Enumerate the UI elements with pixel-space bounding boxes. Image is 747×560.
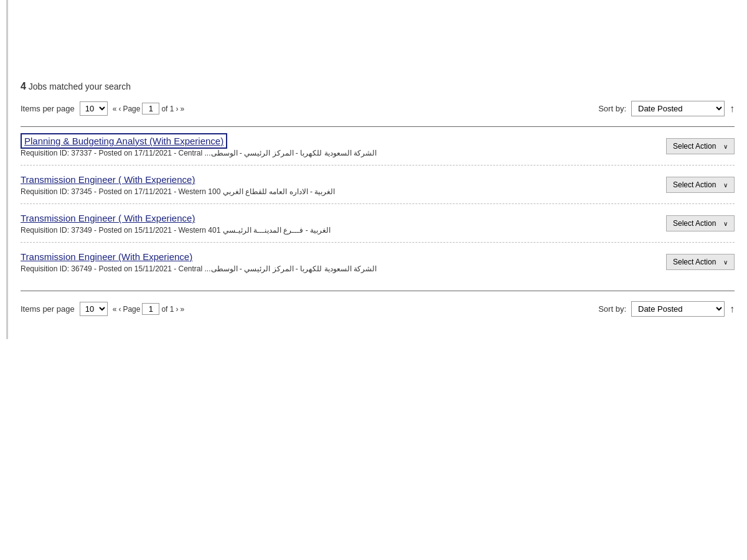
nav-prev-bottom[interactable]: ‹ [118,305,121,314]
job-row: Transmission Engineer ( With Experience)… [21,174,735,196]
of-label-top: of 1 [161,105,174,113]
job-meta-text: Requisition ID: 37345 - Posted on 17/11/… [21,187,220,196]
list-item: Planning & Budgeting Analyst (With Exper… [21,127,735,166]
results-count: 4 [21,81,26,91]
job-meta: Requisition ID: 37337 - Posted on 17/11/… [21,149,656,157]
list-item: Transmission Engineer ( With Experience)… [21,204,735,243]
nav-first-bottom[interactable]: « [113,305,117,314]
page-label-bottom: Page [123,305,140,314]
job-meta-text: Requisition ID: 36749 - Posted on 15/11/… [21,264,202,273]
job-meta-text: Requisition ID: 37349 - Posted on 15/11/… [21,226,220,235]
job-content: Transmission Engineer ( With Experience)… [21,213,656,235]
chevron-down-icon: ∨ [723,143,728,150]
job-row: Transmission Engineer (With Experience) … [21,251,735,273]
select-action-label: Select Action [673,142,716,151]
job-meta-arabic: الغربية - الاداره العامه للقطاع الغربي [223,187,336,196]
job-row: Transmission Engineer ( With Experience)… [21,213,735,235]
job-meta: Requisition ID: 37349 - Posted on 15/11/… [21,226,656,235]
results-header: 4 Jobs matched your search [21,81,735,92]
nav-last-top[interactable]: » [180,105,184,113]
page-nav-bottom: « ‹ Page of 1 › » [113,303,184,315]
items-per-page-select-bottom[interactable]: 10 25 50 [80,302,108,316]
select-action-label: Select Action [673,258,716,266]
job-meta-arabic: الشركة السعودية للكهربا - المركز الرئيسي… [205,149,377,157]
select-action-label: Select Action [673,219,716,228]
chevron-down-icon: ∨ [723,220,728,227]
job-meta: Requisition ID: 36749 - Posted on 15/11/… [21,264,656,273]
sort-label-top: Sort by: [598,104,626,113]
pagination-bar-bottom: Items per page 10 25 50 « ‹ Page of 1 › … [21,301,735,317]
job-title-link[interactable]: Transmission Engineer ( With Experience) [21,174,195,185]
job-content: Transmission Engineer ( With Experience)… [21,174,656,196]
pagination-left-top: Items per page 10 25 50 « ‹ Page of 1 › … [21,101,184,116]
select-action-button[interactable]: Select Action ∨ [666,138,735,154]
sort-up-button-bottom[interactable]: ↑ [730,304,735,314]
bottom-section: Items per page 10 25 50 « ‹ Page of 1 › … [21,291,735,317]
page-nav-top: « ‹ Page of 1 › » [113,103,184,114]
job-meta: Requisition ID: 37345 - Posted on 17/11/… [21,187,656,196]
sort-select-top[interactable]: Date Posted Relevance Job Title [631,101,725,116]
job-meta-arabic: الغربية - فـــرع المدينـــة الرئيـسي [223,226,331,235]
sort-label-bottom: Sort by: [598,304,626,314]
pagination-left-bottom: Items per page 10 25 50 « ‹ Page of 1 › … [21,302,184,316]
job-meta-text: Requisition ID: 37337 - Posted on 17/11/… [21,149,202,157]
job-content: Planning & Budgeting Analyst (With Exper… [21,136,656,157]
select-action-button[interactable]: Select Action ∨ [666,177,735,193]
page-label-top: Page [123,105,140,113]
job-row: Planning & Budgeting Analyst (With Exper… [21,136,735,157]
job-meta-arabic: الشركة السعودية للكهربا - المركز الرئيسي… [205,264,377,273]
list-item: Transmission Engineer ( With Experience)… [21,166,735,204]
items-per-page-label-bottom: Items per page [21,304,75,314]
select-action-label: Select Action [673,180,716,189]
sort-select-bottom[interactable]: Date Posted Relevance Job Title [631,301,725,317]
job-title-link[interactable]: Transmission Engineer (With Experience) [21,251,192,262]
pagination-right-bottom: Sort by: Date Posted Relevance Job Title… [598,301,735,317]
nav-first-top[interactable]: « [113,105,117,113]
pagination-bar-top: Items per page 10 25 50 « ‹ Page of 1 › … [21,101,735,116]
pagination-right-top: Sort by: Date Posted Relevance Job Title… [598,101,735,116]
items-per-page-select-top[interactable]: 10 25 50 [80,101,108,116]
job-content: Transmission Engineer (With Experience) … [21,251,656,273]
job-title-link[interactable]: Transmission Engineer ( With Experience) [21,213,195,223]
list-item: Transmission Engineer (With Experience) … [21,243,735,281]
nav-next-bottom[interactable]: › [176,305,178,314]
items-per-page-label-top: Items per page [21,104,75,113]
job-list: Planning & Budgeting Analyst (With Exper… [21,127,735,281]
chevron-down-icon: ∨ [723,182,728,189]
divider-bottom-solid [21,291,735,291]
sort-up-button-top[interactable]: ↑ [730,104,735,114]
job-title-link[interactable]: Planning & Budgeting Analyst (With Exper… [21,133,227,149]
results-count-suffix: Jobs [29,82,47,91]
select-action-button[interactable]: Select Action ∨ [666,254,735,270]
page-wrapper: 4 Jobs matched your search Items per pag… [6,0,747,339]
select-action-button[interactable]: Select Action ∨ [666,215,735,231]
results-matched-text: matched your search [49,82,131,91]
chevron-down-icon: ∨ [723,259,728,266]
nav-last-bottom[interactable]: » [180,305,184,314]
nav-prev-top[interactable]: ‹ [118,105,121,113]
page-input-top[interactable] [142,103,159,114]
nav-next-top[interactable]: › [176,105,178,113]
page-input-bottom[interactable] [142,303,159,315]
of-label-bottom: of 1 [161,305,174,314]
